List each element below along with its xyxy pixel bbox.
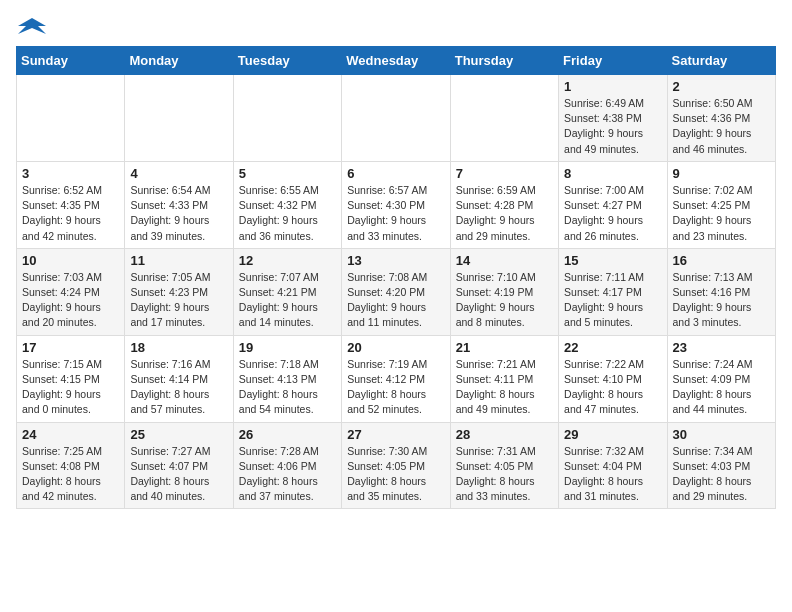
svg-marker-0 — [18, 18, 46, 34]
day-cell — [17, 75, 125, 162]
day-number: 2 — [673, 79, 770, 94]
day-number: 5 — [239, 166, 336, 181]
day-cell: 13Sunrise: 7:08 AM Sunset: 4:20 PM Dayli… — [342, 248, 450, 335]
day-info: Sunrise: 7:21 AM Sunset: 4:11 PM Dayligh… — [456, 357, 553, 418]
day-cell: 1Sunrise: 6:49 AM Sunset: 4:38 PM Daylig… — [559, 75, 667, 162]
day-cell — [125, 75, 233, 162]
day-info: Sunrise: 6:49 AM Sunset: 4:38 PM Dayligh… — [564, 96, 661, 157]
day-number: 24 — [22, 427, 119, 442]
day-cell: 14Sunrise: 7:10 AM Sunset: 4:19 PM Dayli… — [450, 248, 558, 335]
day-number: 9 — [673, 166, 770, 181]
day-cell: 17Sunrise: 7:15 AM Sunset: 4:15 PM Dayli… — [17, 335, 125, 422]
day-cell: 20Sunrise: 7:19 AM Sunset: 4:12 PM Dayli… — [342, 335, 450, 422]
day-info: Sunrise: 7:00 AM Sunset: 4:27 PM Dayligh… — [564, 183, 661, 244]
day-number: 27 — [347, 427, 444, 442]
day-number: 22 — [564, 340, 661, 355]
col-header-tuesday: Tuesday — [233, 47, 341, 75]
day-number: 17 — [22, 340, 119, 355]
day-number: 15 — [564, 253, 661, 268]
day-cell: 21Sunrise: 7:21 AM Sunset: 4:11 PM Dayli… — [450, 335, 558, 422]
day-info: Sunrise: 7:30 AM Sunset: 4:05 PM Dayligh… — [347, 444, 444, 505]
day-cell: 26Sunrise: 7:28 AM Sunset: 4:06 PM Dayli… — [233, 422, 341, 509]
day-info: Sunrise: 7:22 AM Sunset: 4:10 PM Dayligh… — [564, 357, 661, 418]
col-header-saturday: Saturday — [667, 47, 775, 75]
day-cell: 2Sunrise: 6:50 AM Sunset: 4:36 PM Daylig… — [667, 75, 775, 162]
day-number: 20 — [347, 340, 444, 355]
day-info: Sunrise: 7:15 AM Sunset: 4:15 PM Dayligh… — [22, 357, 119, 418]
day-number: 11 — [130, 253, 227, 268]
day-info: Sunrise: 6:55 AM Sunset: 4:32 PM Dayligh… — [239, 183, 336, 244]
day-number: 6 — [347, 166, 444, 181]
col-header-thursday: Thursday — [450, 47, 558, 75]
day-cell: 23Sunrise: 7:24 AM Sunset: 4:09 PM Dayli… — [667, 335, 775, 422]
day-info: Sunrise: 7:07 AM Sunset: 4:21 PM Dayligh… — [239, 270, 336, 331]
logo — [16, 16, 46, 38]
day-info: Sunrise: 7:05 AM Sunset: 4:23 PM Dayligh… — [130, 270, 227, 331]
week-row-2: 3Sunrise: 6:52 AM Sunset: 4:35 PM Daylig… — [17, 161, 776, 248]
day-cell: 24Sunrise: 7:25 AM Sunset: 4:08 PM Dayli… — [17, 422, 125, 509]
day-info: Sunrise: 7:11 AM Sunset: 4:17 PM Dayligh… — [564, 270, 661, 331]
day-number: 26 — [239, 427, 336, 442]
day-info: Sunrise: 6:59 AM Sunset: 4:28 PM Dayligh… — [456, 183, 553, 244]
day-number: 3 — [22, 166, 119, 181]
day-number: 10 — [22, 253, 119, 268]
day-cell: 6Sunrise: 6:57 AM Sunset: 4:30 PM Daylig… — [342, 161, 450, 248]
day-number: 16 — [673, 253, 770, 268]
day-number: 1 — [564, 79, 661, 94]
col-header-wednesday: Wednesday — [342, 47, 450, 75]
col-header-friday: Friday — [559, 47, 667, 75]
week-row-3: 10Sunrise: 7:03 AM Sunset: 4:24 PM Dayli… — [17, 248, 776, 335]
day-cell: 8Sunrise: 7:00 AM Sunset: 4:27 PM Daylig… — [559, 161, 667, 248]
week-row-4: 17Sunrise: 7:15 AM Sunset: 4:15 PM Dayli… — [17, 335, 776, 422]
day-info: Sunrise: 7:32 AM Sunset: 4:04 PM Dayligh… — [564, 444, 661, 505]
day-cell: 18Sunrise: 7:16 AM Sunset: 4:14 PM Dayli… — [125, 335, 233, 422]
day-info: Sunrise: 6:54 AM Sunset: 4:33 PM Dayligh… — [130, 183, 227, 244]
day-number: 25 — [130, 427, 227, 442]
day-number: 19 — [239, 340, 336, 355]
day-cell — [450, 75, 558, 162]
col-header-sunday: Sunday — [17, 47, 125, 75]
day-cell: 15Sunrise: 7:11 AM Sunset: 4:17 PM Dayli… — [559, 248, 667, 335]
day-number: 30 — [673, 427, 770, 442]
day-cell: 16Sunrise: 7:13 AM Sunset: 4:16 PM Dayli… — [667, 248, 775, 335]
day-number: 12 — [239, 253, 336, 268]
day-number: 23 — [673, 340, 770, 355]
day-cell: 29Sunrise: 7:32 AM Sunset: 4:04 PM Dayli… — [559, 422, 667, 509]
day-info: Sunrise: 7:10 AM Sunset: 4:19 PM Dayligh… — [456, 270, 553, 331]
day-number: 14 — [456, 253, 553, 268]
day-cell: 28Sunrise: 7:31 AM Sunset: 4:05 PM Dayli… — [450, 422, 558, 509]
day-cell: 22Sunrise: 7:22 AM Sunset: 4:10 PM Dayli… — [559, 335, 667, 422]
day-info: Sunrise: 6:52 AM Sunset: 4:35 PM Dayligh… — [22, 183, 119, 244]
day-info: Sunrise: 7:25 AM Sunset: 4:08 PM Dayligh… — [22, 444, 119, 505]
day-cell: 4Sunrise: 6:54 AM Sunset: 4:33 PM Daylig… — [125, 161, 233, 248]
day-number: 13 — [347, 253, 444, 268]
calendar-table: SundayMondayTuesdayWednesdayThursdayFrid… — [16, 46, 776, 509]
day-number: 21 — [456, 340, 553, 355]
day-cell: 30Sunrise: 7:34 AM Sunset: 4:03 PM Dayli… — [667, 422, 775, 509]
day-info: Sunrise: 6:57 AM Sunset: 4:30 PM Dayligh… — [347, 183, 444, 244]
week-row-5: 24Sunrise: 7:25 AM Sunset: 4:08 PM Dayli… — [17, 422, 776, 509]
day-info: Sunrise: 7:28 AM Sunset: 4:06 PM Dayligh… — [239, 444, 336, 505]
day-info: Sunrise: 7:02 AM Sunset: 4:25 PM Dayligh… — [673, 183, 770, 244]
day-info: Sunrise: 7:31 AM Sunset: 4:05 PM Dayligh… — [456, 444, 553, 505]
day-info: Sunrise: 7:16 AM Sunset: 4:14 PM Dayligh… — [130, 357, 227, 418]
day-info: Sunrise: 7:18 AM Sunset: 4:13 PM Dayligh… — [239, 357, 336, 418]
day-number: 4 — [130, 166, 227, 181]
day-info: Sunrise: 6:50 AM Sunset: 4:36 PM Dayligh… — [673, 96, 770, 157]
day-cell: 19Sunrise: 7:18 AM Sunset: 4:13 PM Dayli… — [233, 335, 341, 422]
header — [16, 16, 776, 38]
day-info: Sunrise: 7:13 AM Sunset: 4:16 PM Dayligh… — [673, 270, 770, 331]
day-info: Sunrise: 7:27 AM Sunset: 4:07 PM Dayligh… — [130, 444, 227, 505]
day-info: Sunrise: 7:34 AM Sunset: 4:03 PM Dayligh… — [673, 444, 770, 505]
day-cell: 12Sunrise: 7:07 AM Sunset: 4:21 PM Dayli… — [233, 248, 341, 335]
col-header-monday: Monday — [125, 47, 233, 75]
day-cell: 27Sunrise: 7:30 AM Sunset: 4:05 PM Dayli… — [342, 422, 450, 509]
day-number: 8 — [564, 166, 661, 181]
day-info: Sunrise: 7:24 AM Sunset: 4:09 PM Dayligh… — [673, 357, 770, 418]
day-number: 18 — [130, 340, 227, 355]
week-row-1: 1Sunrise: 6:49 AM Sunset: 4:38 PM Daylig… — [17, 75, 776, 162]
day-cell — [342, 75, 450, 162]
day-info: Sunrise: 7:19 AM Sunset: 4:12 PM Dayligh… — [347, 357, 444, 418]
day-cell: 10Sunrise: 7:03 AM Sunset: 4:24 PM Dayli… — [17, 248, 125, 335]
day-number: 29 — [564, 427, 661, 442]
